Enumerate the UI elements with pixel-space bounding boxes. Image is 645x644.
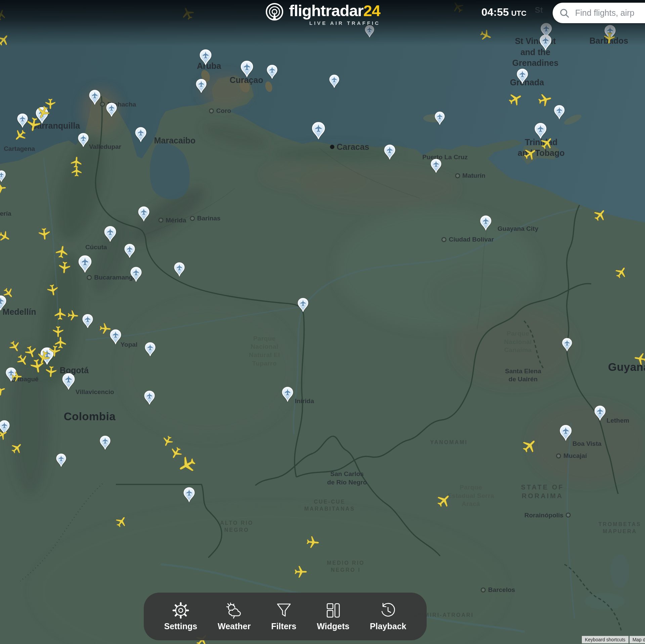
aircraft-icon[interactable] [0,429,8,440]
airport-pin-icon[interactable] [430,159,442,173]
airport-pin-icon[interactable] [99,435,111,450]
settings-button[interactable]: Settings [164,602,197,631]
aircraft-icon[interactable] [480,29,492,41]
airport-pin-icon[interactable] [183,487,195,502]
playback-button[interactable]: Playback [370,602,406,631]
aircraft-icon[interactable] [306,535,319,549]
aircraft-icon[interactable] [0,385,6,396]
aircraft-icon[interactable] [11,442,23,454]
airport-pin-icon[interactable] [516,69,528,84]
widgets-button[interactable]: Widgets [317,602,349,631]
flightradar24-logo[interactable]: flightradar24 LIVE AIR TRAFFIC [265,3,380,26]
airport-pin-icon[interactable] [78,255,92,273]
airport-pin-icon[interactable] [174,262,185,276]
aircraft-icon[interactable] [52,326,64,338]
airport-pin-icon[interactable] [130,267,142,282]
airport-pin-icon[interactable] [110,329,122,344]
airport-pin-icon[interactable] [144,390,155,405]
airport-pin-icon[interactable] [480,215,492,230]
airport-pin-icon[interactable] [104,226,117,242]
aircraft-icon[interactable] [615,266,628,279]
aircraft-icon[interactable] [30,358,45,373]
aircraft-icon[interactable] [634,352,645,366]
aircraft-icon[interactable] [16,354,29,366]
search-box[interactable] [553,3,645,23]
airport-pin-icon[interactable] [82,314,93,328]
airport-pin-icon[interactable] [62,373,75,390]
aircraft-icon[interactable] [603,32,615,44]
airport-pin-icon[interactable] [311,122,326,140]
aircraft-icon[interactable] [26,117,41,132]
airport-pin-icon[interactable] [89,90,101,105]
map-label-bucaramanga: Bucaramanga [87,273,136,282]
airport-pin-icon[interactable] [106,102,117,117]
airport-pin-icon[interactable] [364,25,375,38]
aircraft-icon[interactable] [70,156,82,168]
aircraft-icon[interactable] [14,129,27,142]
town-ring-icon [87,275,92,280]
airport-pin-icon[interactable] [78,133,89,147]
aircraft-icon[interactable] [0,230,10,243]
airport-pin-icon[interactable] [297,298,309,312]
town-ring-icon [566,513,571,518]
aircraft-icon[interactable] [522,438,537,454]
filters-button[interactable]: Filters [271,602,296,631]
aircraft-icon[interactable] [452,1,464,13]
aircraft-icon[interactable] [45,98,56,110]
airport-pin-icon[interactable] [562,338,572,351]
aircraft-icon[interactable] [45,366,57,378]
keyboard-shortcuts-link[interactable]: Keyboard shortcuts [582,636,629,643]
aircraft-icon[interactable] [67,310,79,321]
aircraft-icon[interactable] [115,516,127,528]
aircraft-icon[interactable] [436,493,451,508]
map-label-m-rida: Mérida [158,216,186,224]
airport-pin-icon[interactable] [594,405,606,421]
airport-pin-icon[interactable] [0,170,6,182]
aircraft-icon[interactable] [47,284,59,296]
bottom-toolbar: Settings Weather Filters Widgets [144,593,427,640]
airport-pin-icon[interactable] [135,127,147,142]
aircraft-icon[interactable] [593,208,607,222]
airport-pin-icon[interactable] [196,79,207,93]
aircraft-icon[interactable] [294,565,307,578]
aircraft-icon[interactable] [523,147,537,161]
aircraft-icon[interactable] [99,323,111,335]
aircraft-icon[interactable] [58,261,71,274]
airport-pin-icon[interactable] [539,35,552,51]
filters-label: Filters [271,621,296,631]
weather-button[interactable]: Weather [218,602,251,631]
airport-pin-icon[interactable] [282,387,294,402]
airport-pin-icon[interactable] [240,60,254,77]
airport-pin-icon[interactable] [329,75,340,88]
airport-pin-icon[interactable] [124,244,135,258]
aircraft-icon[interactable] [55,245,69,259]
airport-pin-icon[interactable] [559,425,572,441]
airport-pin-icon[interactable] [199,49,212,66]
airport-pin-icon[interactable] [144,342,156,356]
aircraft-icon[interactable] [508,92,522,106]
aircraft-icon[interactable] [9,340,21,352]
airport-pin-icon[interactable] [384,144,396,160]
aircraft-icon[interactable] [178,456,196,474]
airport-pin-icon[interactable] [266,65,278,79]
aircraft-icon[interactable] [3,287,14,299]
airport-pin-icon[interactable] [434,111,445,125]
aircraft-icon[interactable] [11,371,22,382]
aircraft-icon[interactable] [38,227,51,240]
aircraft-icon[interactable] [0,34,10,46]
aircraft-icon[interactable] [54,308,67,320]
map-label-matur-n: Maturín [455,172,485,180]
airport-pin-icon[interactable] [554,105,565,120]
aircraft-icon[interactable] [181,7,195,20]
search-input[interactable] [574,8,645,18]
aircraft-icon[interactable] [540,136,554,150]
aircraft-icon[interactable] [0,9,6,20]
airport-pin-icon[interactable] [56,453,67,467]
aircraft-icon[interactable] [0,182,6,194]
aircraft-icon[interactable] [538,93,552,107]
airport-pin-icon[interactable] [138,206,150,221]
aircraft-icon[interactable] [162,435,173,447]
map-data-link[interactable]: Map data [630,636,645,643]
map-label-ciudad-bol-var: Ciudad Bolívar [441,235,494,244]
map-attribution[interactable]: Keyboard shortcuts Map data [582,636,645,643]
